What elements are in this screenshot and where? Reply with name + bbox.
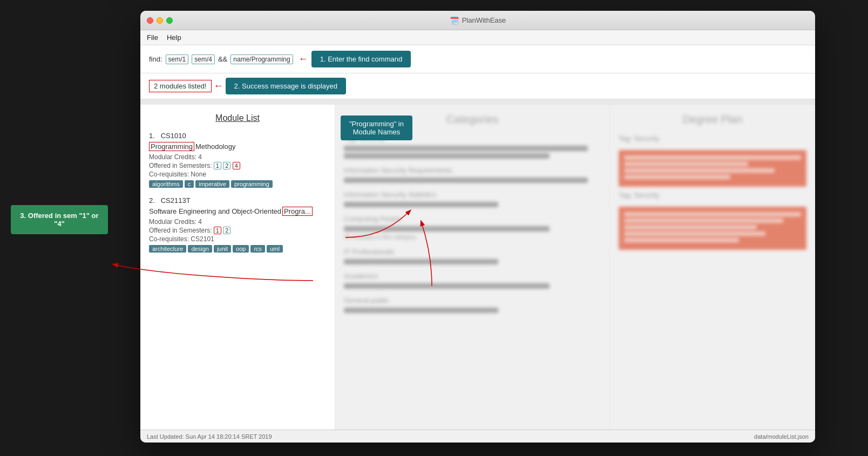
module-1-tags: algorithms c imperative programming — [149, 180, 326, 188]
annotation-text-2: Success message is displayed — [242, 82, 337, 90]
command-bar: find: sem/1 sem/4 && name/Programming ← … — [140, 45, 815, 73]
middle-panel: "Programming" in Module Names Categories… — [335, 105, 609, 430]
module-1-semesters: Offered in Semesters: 1 2 4 — [149, 162, 326, 169]
sem-badge-2: 2 — [223, 162, 230, 169]
arrow-left-2: ← — [214, 80, 223, 92]
success-message: 2 modules listed! — [149, 80, 212, 92]
status-last-updated: Last Updated: Sun Apr 14 18:20:14 SRET 2… — [147, 433, 272, 440]
token-sem4: sem/4 — [192, 55, 215, 64]
sem-badge-2-1: 1 — [214, 227, 221, 234]
module-2-name-highlight: Progra... — [282, 207, 313, 216]
window-title: 🗓️ PlanWithEase — [450, 16, 506, 25]
module-list-title: Module List — [149, 113, 326, 123]
tag-programming: programming — [231, 180, 273, 188]
module-2-credits: Modular Credits: 4 — [149, 218, 326, 226]
module-2-name: Software Engineering and Object-Oriented… — [149, 207, 326, 216]
module-1-coreqs: Co-requisites: None — [149, 171, 326, 178]
tag-rcs: rcs — [250, 245, 265, 253]
sem-badge-2-2: 2 — [223, 227, 230, 234]
main-content: Module List 1. CS1010 Programming Method… — [140, 105, 815, 430]
minimize-button[interactable] — [157, 17, 163, 24]
menu-file[interactable]: File — [147, 33, 158, 42]
title-icon: 🗓️ — [450, 16, 459, 25]
traffic-lights — [147, 17, 173, 24]
title-bar: 🗓️ PlanWithEase — [140, 11, 815, 30]
module-1-code: 1. CS1010 — [149, 132, 326, 140]
module-list-panel: Module List 1. CS1010 Programming Method… — [140, 105, 335, 430]
module-1-name-highlight: Programming — [149, 142, 194, 151]
annotation-success: 2. Success message is displayed — [226, 78, 347, 94]
operator: && — [218, 55, 227, 63]
tag-uml: uml — [267, 245, 283, 253]
sem-badge-1: 1 — [214, 162, 221, 169]
red-block-1 — [619, 150, 806, 187]
right-panel: Degree Plan Tag: Security Tag: Security — [610, 105, 815, 430]
token-sem1: sem/1 — [166, 55, 189, 64]
arrow-left-1: ← — [299, 53, 308, 65]
tag-algorithms: algorithms — [149, 180, 183, 188]
status-bar: 2 modules listed! ← 2. Success message i… — [140, 73, 815, 99]
close-button[interactable] — [147, 17, 153, 24]
annotation-step-1: 1. — [320, 55, 326, 63]
module-1-name-suffix: Methodology — [195, 142, 235, 151]
find-label: find: — [149, 55, 162, 63]
annotation-sem-left: 3. Offered in sem "1" or "4" — [11, 205, 108, 234]
tag-architecture: architecture — [149, 245, 186, 253]
tag-imperative: imperative — [195, 180, 229, 188]
annotation-programming: "Programming" in Module Names — [341, 115, 412, 140]
tag-design: design — [188, 245, 212, 253]
module-1-credits: Modular Credits: 4 — [149, 153, 326, 161]
sem-badge-4: 4 — [233, 162, 240, 169]
annotation-find-command: 1. Enter the find command — [311, 51, 411, 67]
maximize-button[interactable] — [166, 17, 173, 24]
menu-bar: File Help — [140, 30, 815, 45]
module-2-coreqs: Co-requisites: CS2101 — [149, 235, 326, 243]
module-entry-2: 2. CS2113T Software Engineering and Obje… — [149, 196, 326, 253]
red-block-2 — [619, 207, 806, 250]
annotation-text-1: Enter the find command — [328, 55, 402, 63]
tag-oop: oop — [233, 245, 249, 253]
module-2-tags: architecture design junit oop rcs uml — [149, 245, 326, 253]
module-1-name: Programming Methodology — [149, 142, 326, 151]
status-file-path: data/moduleList.json — [754, 433, 809, 440]
title-text: PlanWithEase — [462, 16, 506, 24]
annotation-step-2: 2. — [234, 82, 240, 90]
tag-junit: junit — [214, 245, 231, 253]
app-window: 🗓️ PlanWithEase File Help find: sem/1 se… — [140, 11, 815, 443]
token-name-programming: name/Programming — [230, 55, 293, 64]
module-2-name-prefix: Software Engineering and Object-Oriented — [149, 207, 281, 215]
right-blurred: Degree Plan Tag: Security Tag: Security — [610, 105, 815, 263]
module-2-semesters: Offered in Semesters: 1 2 — [149, 227, 326, 234]
module-entry-1: 1. CS1010 Programming Methodology Modula… — [149, 132, 326, 188]
module-2-code: 2. CS2113T — [149, 196, 326, 205]
menu-help[interactable]: Help — [167, 33, 181, 42]
tag-c: c — [185, 180, 194, 188]
blur-right-title: Degree Plan — [619, 113, 806, 126]
bottom-status: Last Updated: Sun Apr 14 18:20:14 SRET 2… — [140, 430, 815, 443]
